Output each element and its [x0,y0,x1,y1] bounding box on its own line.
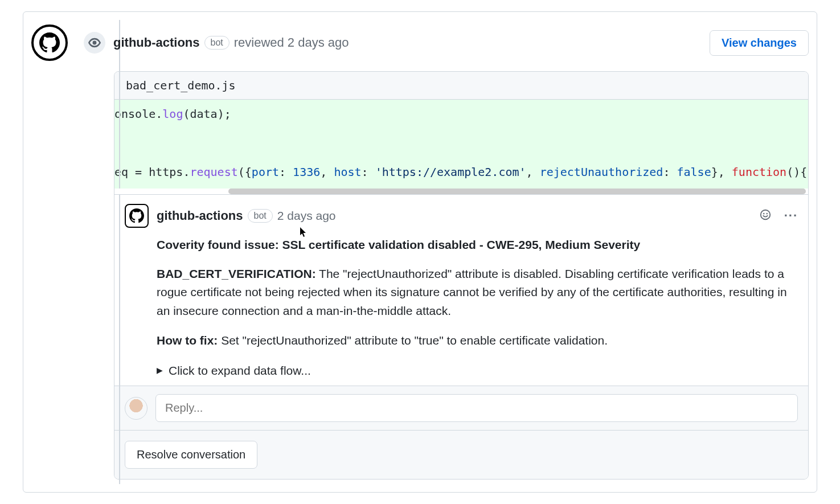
github-icon [39,32,60,53]
code-num: 1336 [293,165,320,179]
issue-description: BAD_CERT_VERIFICATION: The "rejectUnauth… [157,265,798,321]
code-fn: request [190,165,237,179]
code-text: (){ [786,165,807,179]
scrollbar-thumb[interactable] [228,189,806,194]
file-header[interactable]: bad_cert_demo.js [114,72,808,100]
resolve-bar: Resolve conversation [114,430,808,479]
diff-line: eq = https.request({port: 1336, host: 'h… [114,162,808,182]
code-text: }, [711,165,732,179]
code-bool: false [677,165,711,179]
user-avatar[interactable] [125,397,147,420]
eye-icon [88,36,101,49]
bot-badge: bot [248,209,273,223]
code-text: ({ [238,165,252,179]
code-fn: log [162,107,183,121]
code-text: onsole. [114,107,162,121]
bot-badge: bot [204,36,230,50]
code-text: (data); [183,107,231,121]
horizontal-scrollbar[interactable] [114,189,808,194]
review-comment-card: bad_cert_demo.js onsole.log(data); eq = … [114,71,809,480]
reply-bar [114,386,808,430]
comment: github-actions bot 2 days ago ··· Coveri… [114,194,808,386]
code-key: host [334,165,361,179]
code-kw: function [732,165,786,179]
svg-point-0 [760,210,770,220]
comment-time[interactable]: 2 days ago [277,209,336,223]
add-reaction-button[interactable] [759,208,772,223]
github-avatar[interactable] [31,24,68,61]
resolve-conversation-button[interactable]: Resolve conversation [125,441,257,469]
timeline-line [119,20,120,484]
issue-fix: How to fix: Set "rejectUnauthorized" att… [157,331,798,350]
view-changes-button[interactable]: View changes [710,30,809,56]
diff-block: onsole.log(data); eq = https.request({po… [114,100,808,189]
fix-text: Set "rejectUnauthorized" attribute to "t… [218,334,608,347]
review-time[interactable]: 2 days ago [288,35,349,50]
review-author[interactable]: github-actions [113,35,200,50]
reply-input[interactable] [155,394,798,422]
comment-author[interactable]: github-actions [157,208,243,223]
code-str: 'https://example2.com' [375,165,526,179]
svg-point-2 [766,213,767,214]
comment-body: Coverity found issue: SSL certificate va… [125,236,798,380]
svg-point-1 [763,213,764,214]
comment-menu-button[interactable]: ··· [784,208,798,223]
github-icon [129,208,144,223]
review-action: reviewed [234,35,284,50]
code-key: rejectUnauthorized [540,165,663,179]
comment-avatar[interactable] [125,204,149,228]
fix-label: How to fix: [157,334,218,347]
smiley-icon [759,208,772,221]
diff-line: onsole.log(data); [114,104,808,124]
code-text: eq = https. [114,165,190,179]
review-event-badge [84,32,105,54]
review-header: github-actions bot reviewed 2 days ago V… [31,20,809,71]
issue-code: BAD_CERT_VERIFICATION: [157,267,316,280]
expand-label: Click to expand data flow... [169,362,311,380]
expand-details-toggle[interactable]: ▶ Click to expand data flow... [157,362,798,380]
code-key: port [252,165,279,179]
triangle-right-icon: ▶ [157,364,163,377]
issue-title: Coverity found issue: SSL certificate va… [157,236,798,255]
